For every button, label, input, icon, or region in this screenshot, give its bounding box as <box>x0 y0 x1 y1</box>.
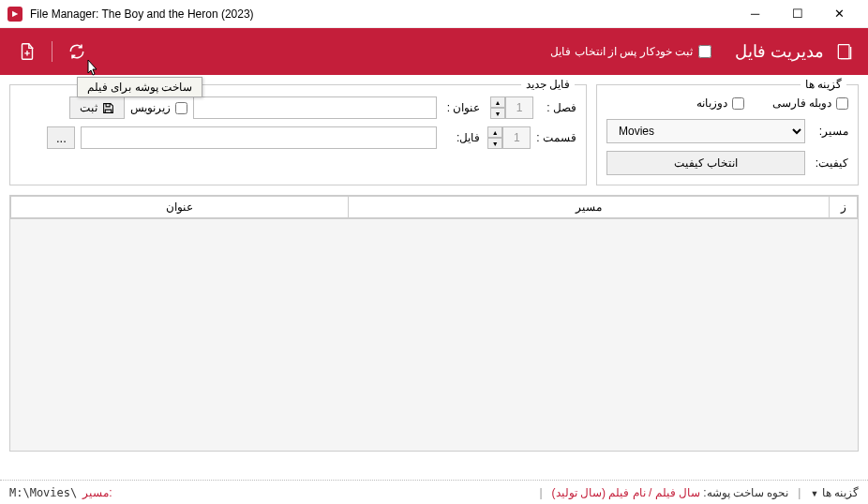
maximize-button[interactable]: ☐ <box>776 0 818 28</box>
path-select[interactable]: Movies <box>606 119 805 143</box>
subtitle-checkbox[interactable] <box>175 102 187 114</box>
col-path[interactable]: مسیر <box>349 197 830 218</box>
col-sub[interactable]: ز <box>830 197 858 218</box>
file-manager-icon <box>835 42 854 61</box>
titlebar: File Manager: The Boy and the Heron (202… <box>0 0 868 28</box>
refresh-icon <box>67 42 86 61</box>
season-spinner[interactable]: ▲▼ <box>490 96 533 119</box>
tooltip: ساخت پوشه برای فیلم <box>77 77 202 97</box>
newfile-panel: فایل جدید فصل : ▲▼ قسمت : ▲▼ <box>9 84 587 185</box>
col-title[interactable]: عنوان <box>11 197 349 218</box>
toolbar-separator <box>52 41 52 62</box>
app-logo-icon <box>7 7 22 22</box>
bilingual-checkbox[interactable] <box>732 97 744 110</box>
quality-button[interactable]: انتخاب کیفیت <box>606 151 805 175</box>
autosave-label: ثبت خودکار پس از انتخاب فایل <box>550 45 693 58</box>
sb-folder-pattern: سال فیلم / نام فیلم (سال تولید) <box>552 486 700 499</box>
season-input[interactable] <box>505 96 533 119</box>
toolbar: مدیریت فایل ثبت خودکار پس از انتخاب فایل <box>0 28 868 75</box>
close-button[interactable]: ✕ <box>818 0 861 28</box>
subtitle-wrap[interactable]: زیرنویس <box>130 101 187 114</box>
newfile-panel-title: فایل جدید <box>521 78 575 91</box>
sb-options[interactable]: گزینه ها ▼ <box>810 486 859 499</box>
quality-label: کیفیت: <box>813 156 848 170</box>
sb-folder-pattern-label: نحوه ساخت پوشه: <box>703 486 788 499</box>
minimize-button[interactable]: ─ <box>734 0 776 28</box>
file-input[interactable] <box>81 126 437 149</box>
options-panel: گزینه ها دوبله فارسی دوزبانه مسیر: Movie… <box>596 84 859 185</box>
create-folder-button[interactable] <box>14 38 40 65</box>
path-label: مسیر: <box>813 125 848 138</box>
sb-path: M:\Movies\ <box>9 486 77 499</box>
season-down[interactable]: ▼ <box>490 108 505 119</box>
title-label: عنوان : <box>442 101 480 114</box>
season-up[interactable]: ▲ <box>490 96 505 108</box>
dub-fa-wrap[interactable]: دوبله فارسی <box>772 96 848 110</box>
save-icon <box>102 102 114 114</box>
sb-path-label: :مسیر <box>82 486 112 499</box>
file-label: فایل: <box>442 131 480 144</box>
refresh-button[interactable] <box>64 38 90 65</box>
bilingual-wrap[interactable]: دوزبانه <box>696 96 744 110</box>
statusbar: گزینه ها ▼ | نحوه ساخت پوشه: سال فیلم / … <box>0 480 868 504</box>
episode-input[interactable] <box>502 126 531 149</box>
file-add-icon <box>17 41 37 62</box>
title-input[interactable] <box>193 96 437 119</box>
toolbar-title: مدیریت فایل <box>735 41 824 62</box>
episode-label: قسمت : <box>536 131 576 144</box>
season-label: فصل : <box>539 101 576 114</box>
table-body-empty <box>10 218 858 451</box>
episode-up[interactable]: ▲ <box>487 126 502 138</box>
svg-rect-0 <box>838 45 849 59</box>
autosave-checkbox-wrap[interactable]: ثبت خودکار پس از انتخاب فایل <box>550 45 711 58</box>
save-button[interactable]: ثبت <box>69 96 125 119</box>
dub-fa-checkbox[interactable] <box>836 97 848 110</box>
options-panel-title: گزینه ها <box>801 78 846 91</box>
browse-button[interactable]: ... <box>47 126 75 149</box>
autosave-checkbox[interactable] <box>698 45 711 58</box>
window-title: File Manager: The Boy and the Heron (202… <box>30 7 734 21</box>
episode-down[interactable]: ▼ <box>487 138 502 149</box>
files-table: ز مسیر عنوان <box>9 195 859 452</box>
episode-spinner[interactable]: ▲▼ <box>487 126 531 149</box>
